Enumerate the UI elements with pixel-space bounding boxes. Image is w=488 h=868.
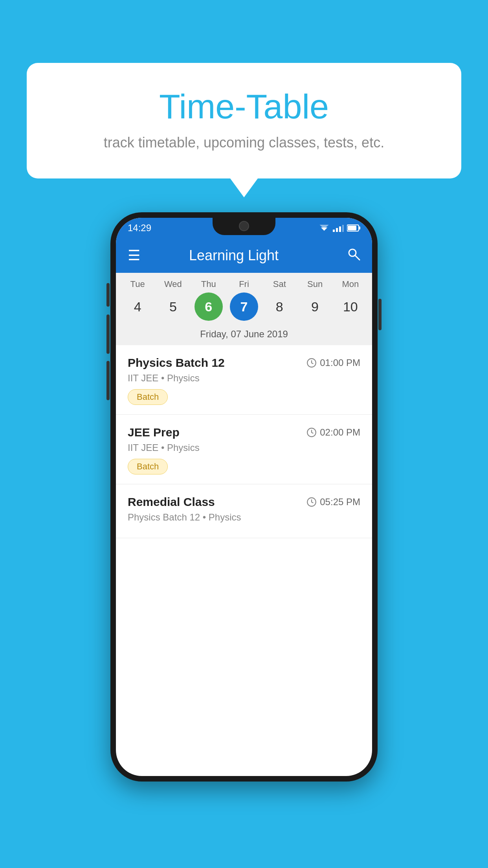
day-header-fri: Fri xyxy=(228,279,260,289)
clock-icon-2 xyxy=(306,427,317,438)
svg-rect-5 xyxy=(342,225,344,232)
search-icon[interactable] xyxy=(347,247,360,264)
schedule-item-2-time: 02:00 PM xyxy=(306,427,360,438)
svg-marker-1 xyxy=(319,225,328,229)
calendar-day-6-today[interactable]: 6 xyxy=(194,292,223,321)
power-button xyxy=(378,299,382,330)
signal-icon xyxy=(333,224,344,232)
schedule-item-3-title: Remedial Class xyxy=(128,495,215,509)
calendar-day-9[interactable]: 9 xyxy=(301,292,329,321)
day-header-wed: Wed xyxy=(157,279,189,289)
phone-screen: 14:29 xyxy=(116,218,372,776)
day-header-sat: Sat xyxy=(263,279,295,289)
calendar-day-10[interactable]: 10 xyxy=(336,292,365,321)
clock-icon-3 xyxy=(306,497,317,507)
schedule-item-1-time-text: 01:00 PM xyxy=(320,357,360,368)
schedule-item-1-subtitle: IIT JEE • Physics xyxy=(128,373,360,384)
svg-rect-8 xyxy=(348,226,356,230)
status-time: 14:29 xyxy=(128,223,151,234)
clock-icon-1 xyxy=(306,358,317,368)
calendar-day-4[interactable]: 4 xyxy=(123,292,152,321)
day-header-thu: Thu xyxy=(193,279,225,289)
day-header-tue: Tue xyxy=(121,279,154,289)
schedule-item-2-subtitle: IIT JEE • Physics xyxy=(128,442,360,453)
svg-rect-3 xyxy=(336,228,338,232)
bubble-title: Time-Table xyxy=(58,86,430,127)
schedule-item-1-time: 01:00 PM xyxy=(306,357,360,368)
toolbar-title: Learning Light xyxy=(132,247,336,264)
status-icons xyxy=(319,224,360,232)
svg-rect-7 xyxy=(359,226,360,230)
calendar-day-8[interactable]: 8 xyxy=(265,292,294,321)
schedule-item-3-time: 05:25 PM xyxy=(306,497,360,508)
schedule-item-3[interactable]: Remedial Class 05:25 PM Physics Batch 12… xyxy=(116,484,372,538)
volume-up-button xyxy=(106,283,110,307)
phone-mockup: 14:29 xyxy=(110,212,378,782)
schedule-item-2-tag: Batch xyxy=(128,459,168,474)
schedule-item-3-time-text: 05:25 PM xyxy=(320,497,360,508)
volume-down-button xyxy=(106,314,110,354)
phone-outer: 14:29 xyxy=(110,212,378,782)
selected-date-label: Friday, 07 June 2019 xyxy=(120,325,368,345)
svg-rect-4 xyxy=(339,226,341,232)
schedule-item-3-header: Remedial Class 05:25 PM xyxy=(128,495,360,509)
speech-bubble: Time-Table track timetable, upcoming cla… xyxy=(27,63,461,178)
schedule-item-1[interactable]: Physics Batch 12 01:00 PM IIT JEE • Phys… xyxy=(116,345,372,415)
day-header-sun: Sun xyxy=(299,279,331,289)
schedule-list: Physics Batch 12 01:00 PM IIT JEE • Phys… xyxy=(116,345,372,538)
day-headers: Tue Wed Thu Fri Sat Sun Mon xyxy=(120,279,368,289)
schedule-item-1-tag: Batch xyxy=(128,389,168,405)
phone-notch xyxy=(213,218,275,235)
svg-rect-2 xyxy=(333,230,335,232)
front-camera xyxy=(239,221,249,231)
bubble-subtitle: track timetable, upcoming classes, tests… xyxy=(58,134,430,151)
schedule-item-1-header: Physics Batch 12 01:00 PM xyxy=(128,356,360,370)
schedule-item-3-subtitle: Physics Batch 12 • Physics xyxy=(128,512,360,523)
silent-button xyxy=(106,361,110,400)
battery-icon xyxy=(347,224,360,232)
day-header-mon: Mon xyxy=(334,279,367,289)
svg-line-10 xyxy=(355,256,360,260)
calendar-strip: Tue Wed Thu Fri Sat Sun Mon 4 5 6 7 8 9 … xyxy=(116,273,372,345)
app-toolbar: ☰ Learning Light xyxy=(116,238,372,273)
schedule-item-2-time-text: 02:00 PM xyxy=(320,427,360,438)
speech-bubble-container: Time-Table track timetable, upcoming cla… xyxy=(27,63,461,178)
schedule-item-1-title: Physics Batch 12 xyxy=(128,356,225,370)
schedule-item-2-title: JEE Prep xyxy=(128,426,180,439)
schedule-item-2-header: JEE Prep 02:00 PM xyxy=(128,426,360,439)
wifi-icon xyxy=(319,224,330,232)
day-numbers: 4 5 6 7 8 9 10 xyxy=(120,292,368,321)
schedule-item-2[interactable]: JEE Prep 02:00 PM IIT JEE • Physics Batc… xyxy=(116,415,372,484)
calendar-day-5[interactable]: 5 xyxy=(159,292,187,321)
calendar-day-7-selected[interactable]: 7 xyxy=(230,292,258,321)
